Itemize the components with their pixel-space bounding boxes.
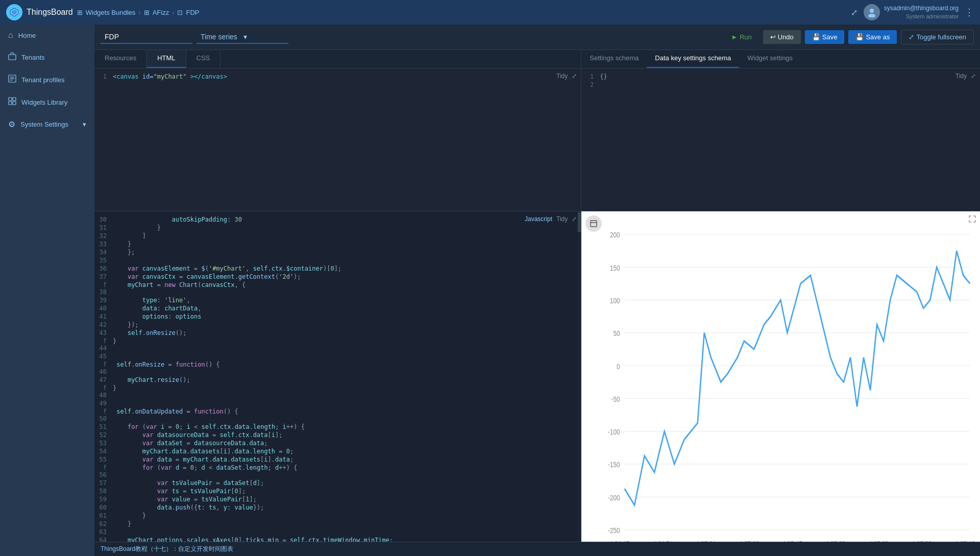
js-line-40: 40 data: chartData, — [94, 304, 581, 312]
breadcrumb-bundles[interactable]: Widgets Bundles — [86, 9, 136, 16]
js-line-58: 58 var ts = tsValuePair[0]; — [94, 487, 581, 495]
js-scrollbar-thumb[interactable] — [578, 212, 581, 232]
schema-pane: 1 {} 2 Tidy ⤢ — [581, 68, 980, 211]
chart-preview: .grid-line { stroke: #e0e0e0; stroke-wid… — [581, 211, 980, 556]
sidebar-item-tenant-profiles[interactable]: Tenant profiles — [0, 68, 94, 91]
svg-text:50: 50 — [614, 329, 620, 337]
svg-text:100: 100 — [610, 297, 620, 305]
svg-text:-200: -200 — [608, 494, 620, 502]
js-line-42: 42 }); — [94, 321, 581, 329]
js-line-62: 62 } — [94, 520, 581, 528]
tidy-schema-button[interactable]: Tidy — [955, 72, 967, 80]
svg-text:0: 0 — [617, 362, 620, 370]
logo — [6, 4, 22, 20]
js-line-43: 43 self.onResize(); — [94, 329, 581, 337]
schema-line-1: 1 {} — [581, 72, 980, 81]
undo-label: Undo — [778, 33, 794, 41]
user-info: sysadmin@thingsboard.org System administ… — [864, 4, 959, 20]
svg-point-2 — [870, 9, 874, 13]
js-line-61: 61 } — [94, 512, 581, 520]
js-line-37: 37 var canvasCtx = canvasElement.getCont… — [94, 273, 581, 281]
breadcrumb-icon-fdp: ⊡ — [177, 9, 183, 16]
js-line-35: 35 — [94, 256, 581, 264]
user-email: sysadmin@thingsboard.org — [884, 5, 959, 13]
tab-resources[interactable]: Resources — [94, 50, 147, 68]
html-pane: 1 <canvas id="myChart" ></canvas> Tidy ⤢ — [94, 68, 581, 211]
tab-data-key-settings-schema[interactable]: Data key settings schema — [647, 50, 739, 68]
schema-code-area[interactable]: 1 {} 2 — [581, 68, 980, 93]
svg-rect-10 — [13, 98, 16, 101]
js-line-31: 31 } — [94, 224, 581, 232]
tidy-js-button[interactable]: Tidy — [556, 215, 568, 223]
settings-tabs: Settings schema Data key settings schema… — [581, 50, 980, 68]
sidebar-item-home[interactable]: ⌂ Home — [0, 25, 94, 46]
sidebar-item-tenants[interactable]: Tenants — [0, 46, 94, 68]
js-scrollbar[interactable] — [578, 211, 581, 556]
editor-area: Resources HTML CSS 1 <canvas id="myChart… — [94, 50, 980, 556]
preview-fullscreen-button[interactable] — [969, 215, 976, 224]
js-line-32: 32 ] — [94, 232, 581, 240]
html-code-area[interactable]: 1 <canvas id="myChart" ></canvas> — [94, 68, 581, 85]
expand-icon[interactable]: ⤢ — [851, 8, 857, 17]
widget-type-select[interactable]: Time series ▾ — [197, 31, 288, 44]
breadcrumb-fdp[interactable]: FDP — [186, 9, 199, 16]
system-settings-icon: ⚙ — [8, 119, 15, 129]
brand: ThingsBoard — [6, 4, 73, 20]
js-line-38: f 38 myChart = new Chart(canvasCtx, { — [94, 281, 581, 296]
navbar-right: ⤢ sysadmin@thingsboard.org System admini… — [851, 4, 974, 20]
sidebar: ⌂ Home Tenants Tenant profiles Widgets L… — [0, 25, 94, 556]
js-line-34: 34 }; — [94, 248, 581, 256]
tab-widget-settings[interactable]: Widget settings — [739, 50, 801, 68]
user-avatar — [864, 4, 880, 20]
preview-controls — [585, 215, 602, 232]
js-line-41: 41 options: options — [94, 312, 581, 321]
tenants-icon — [8, 52, 16, 62]
bottom-bar: ThingsBoard教程（十七）：自定义开发时间图表 — [94, 542, 980, 556]
widget-type-dropdown-icon: ▾ — [243, 33, 247, 41]
tab-css[interactable]: CSS — [186, 50, 221, 68]
save-label: Save — [822, 33, 838, 41]
breadcrumb: ⊞ Widgets Bundles › ⊞ AFizz › ⊡ FDP — [77, 9, 200, 16]
js-line-51: 51 for (var i = 0; i < self.ctx.data.len… — [94, 423, 581, 431]
js-code-editor[interactable]: 30 autoSkipPadding: 30 31 } 32 ] — [94, 211, 581, 556]
sidebar-item-system-settings-label: System Settings — [20, 120, 68, 128]
js-line-39: 39 type: 'line', — [94, 296, 581, 304]
save-button[interactable]: 💾 Save — [805, 30, 845, 44]
fullscreen-button[interactable]: ⤢ Toggle fullscreen — [901, 30, 974, 44]
sidebar-item-home-label: Home — [18, 32, 36, 39]
tidy-html-button[interactable]: Tidy — [556, 72, 568, 80]
save-as-button[interactable]: 💾 Save as — [848, 30, 897, 44]
undo-icon: ↩ — [770, 33, 776, 41]
user-text: sysadmin@thingsboard.org System administ… — [884, 5, 959, 20]
expand-html-button[interactable]: ⤢ — [572, 72, 577, 80]
undo-button[interactable]: ↩ Undo — [763, 30, 801, 44]
js-line-44: f 44 } — [94, 337, 581, 352]
sidebar-item-widgets-library[interactable]: Widgets Library — [0, 91, 94, 113]
widget-type-label: Time series — [201, 33, 237, 41]
js-line-60: 60 data.push({t: ts, y: value}); — [94, 503, 581, 512]
run-button[interactable]: ► Run — [724, 30, 758, 44]
preview-expand-button[interactable] — [585, 215, 602, 232]
save-as-icon: 💾 — [855, 33, 864, 41]
preview-pane: .grid-line { stroke: #e0e0e0; stroke-wid… — [581, 211, 980, 556]
svg-rect-4 — [9, 55, 16, 60]
html-line-1: 1 <canvas id="myChart" ></canvas> — [94, 72, 581, 81]
widgets-icon — [8, 97, 16, 107]
js-line-49: 49 — [94, 399, 581, 407]
more-icon[interactable]: ⋮ — [965, 7, 974, 18]
user-role: System administrator — [884, 13, 959, 20]
js-line-47: 47 myChart.resize(); — [94, 376, 581, 384]
widget-title-input[interactable] — [101, 31, 192, 44]
svg-point-3 — [868, 14, 875, 17]
tab-settings-schema[interactable]: Settings schema — [581, 50, 647, 68]
save-as-label: Save as — [866, 33, 890, 41]
tab-html[interactable]: HTML — [147, 50, 186, 68]
navbar-left: ThingsBoard ⊞ Widgets Bundles › ⊞ AFizz … — [6, 4, 199, 20]
js-line-63: 63 — [94, 528, 581, 536]
js-pane: Javascript Tidy ⤢ 30 autoSkipPadding: 30… — [94, 211, 581, 556]
expand-js-button[interactable]: ⤢ — [572, 215, 577, 223]
breadcrumb-afizz[interactable]: AFizz — [153, 9, 169, 16]
sidebar-item-system-settings[interactable]: ⚙ System Settings ▾ — [0, 113, 94, 135]
expand-schema-button[interactable]: ⤢ — [971, 72, 976, 80]
svg-text:-100: -100 — [608, 428, 620, 436]
